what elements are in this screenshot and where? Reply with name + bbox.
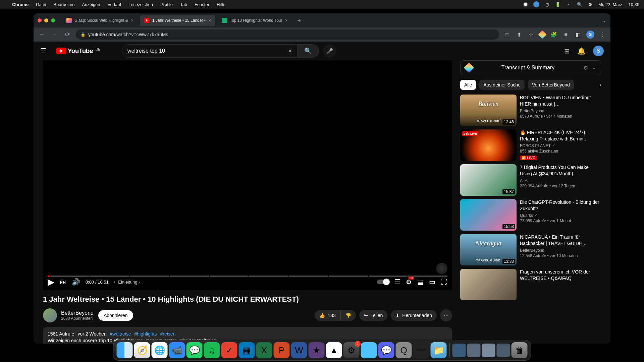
dock-excel-icon[interactable]: X (256, 342, 272, 358)
download-button[interactable]: ⬇ Herunterladen (391, 310, 437, 321)
chip-from-search[interactable]: Aus deiner Suche (479, 80, 525, 90)
maximize-window-icon[interactable] (51, 18, 55, 22)
dock-finder-icon[interactable] (117, 342, 133, 358)
notifications-icon[interactable]: 🔔 (577, 47, 586, 55)
menu-hilfe[interactable]: Hilfe (217, 2, 225, 7)
menu-profile[interactable]: Profile (160, 2, 173, 7)
bookmark-icon[interactable]: ☆ (527, 31, 535, 38)
chrome-profile-avatar[interactable]: S (586, 31, 594, 39)
play-button[interactable]: ▶ (48, 277, 54, 287)
search-field[interactable] (127, 48, 288, 54)
hashtag[interactable]: #highlights (135, 331, 157, 337)
theater-mode-icon[interactable]: ▭ (429, 278, 435, 286)
scroll-chips-right-icon[interactable]: › (599, 82, 601, 88)
like-button[interactable]: 👍 133 (315, 310, 340, 321)
suggestion-item[interactable]: Fragen von unserem ich VOR der WELTREISE… (460, 269, 601, 300)
install-app-icon[interactable]: ⬚ (503, 31, 511, 38)
dock-imovie-icon[interactable]: ★ (309, 342, 325, 358)
channel-name[interactable]: BetterBeyond (61, 310, 94, 316)
menu-verlauf[interactable]: Verlauf (108, 2, 121, 7)
wifi-icon[interactable]: ᯤ (567, 2, 571, 7)
chevron-down-icon[interactable]: ⌄ (592, 65, 596, 70)
forward-button[interactable]: → (50, 30, 59, 39)
reading-list-icon[interactable]: ≡ (562, 31, 570, 38)
subscribe-button[interactable]: Abonnieren (98, 310, 133, 321)
channel-info[interactable]: BetterBeyond 2630 Abonnenten (43, 308, 94, 322)
control-center-icon[interactable]: ⚙ (588, 2, 592, 7)
dock-app-icon[interactable] (361, 342, 377, 358)
settings-gear-icon[interactable]: ⚙ (406, 278, 412, 286)
menu-fenster[interactable]: Fenster (195, 2, 209, 7)
create-icon[interactable]: ⊞ (564, 47, 570, 55)
extensions-icon[interactable]: 🧩 (550, 31, 557, 38)
share-button[interactable]: ↪ Teilen (359, 310, 388, 321)
menubar-app-name[interactable]: Chrome (12, 2, 29, 7)
suggestion-item[interactable]: Nicaragua TRAVEL GUIDE 13:33 NICARAGUA •… (460, 234, 601, 265)
clear-search-icon[interactable]: × (288, 48, 292, 55)
search-button[interactable]: 🔍 (298, 44, 319, 58)
dock-whatsapp-icon[interactable]: 💬 (186, 342, 203, 358)
next-button[interactable]: ⏭ (60, 278, 66, 286)
tab-dropdown-icon[interactable]: ⌄ (602, 18, 606, 23)
dock-powerpoint-icon[interactable]: P (274, 342, 290, 358)
dock-spotify-icon[interactable]: ♫ (204, 342, 220, 358)
dock-trello-icon[interactable]: ▦ (239, 342, 255, 358)
close-window-icon[interactable] (38, 18, 42, 22)
suggestion-item[interactable]: 15:53 Die ChatGPT-Revolution - Bildung d… (460, 199, 601, 231)
autoplay-toggle[interactable] (377, 280, 389, 284)
suggestion-item[interactable]: Bolivien TRAVEL GUIDE 13:46 BOLIVIEN • W… (460, 95, 601, 126)
dock-drive-icon[interactable]: ▲ (326, 342, 342, 358)
dock-minimized-window[interactable] (467, 344, 481, 357)
dock-minimized-window[interactable] (452, 344, 466, 357)
dislike-button[interactable]: 👎 (341, 310, 356, 321)
dock-minimized-window[interactable] (497, 344, 510, 357)
close-tab-icon[interactable]: × (131, 18, 133, 23)
suggestion-item[interactable]: 24/7 LIVE 🔥 FIREPLACE 4K (LIVE 24/7). Re… (460, 129, 601, 161)
menubar-date[interactable]: Mi. 22. März (598, 2, 623, 7)
hamburger-menu-icon[interactable]: ☰ (40, 47, 48, 55)
suggestion-item[interactable]: 15:37 7 Digital Products You Can Make Us… (460, 164, 601, 196)
search-icon[interactable]: 🔍 (577, 2, 582, 7)
chapter-label[interactable]: Einleitung › (114, 280, 140, 285)
more-actions-button[interactable]: ⋯ (440, 309, 452, 321)
dock-zoom-icon[interactable]: 📹 (169, 342, 185, 358)
youtube-avatar[interactable]: S (593, 46, 604, 56)
tab-glasp[interactable]: Glasp: Social Web Highlight & × (62, 15, 138, 26)
miniplayer-icon[interactable]: ⬓ (417, 278, 424, 286)
tab-highlights[interactable]: Top 10 Highlights: World Tour × (218, 15, 292, 26)
dock-folder-icon[interactable]: 📁 (431, 342, 447, 358)
video-player[interactable]: ▶ ⏭ 🔊 0:00 / 10:51 Einleitung › ☰ ⚙ ⬓ ▭ … (43, 60, 452, 290)
dock-settings-icon[interactable]: ⚙ (343, 342, 360, 358)
dock-trash-icon[interactable]: 🗑 (512, 342, 528, 358)
youtube-logo[interactable]: YouTube DE (56, 47, 100, 55)
back-button[interactable]: ← (38, 30, 46, 39)
status-circle-icon[interactable] (533, 1, 539, 7)
transcript-summary-panel[interactable]: Transcript & Summary ⚙ ⌄ (460, 60, 601, 75)
volume-icon[interactable]: 🔊 (72, 278, 80, 286)
menu-datei[interactable]: Datei (36, 2, 46, 7)
dock-minimized-window[interactable] (482, 344, 495, 357)
hashtag[interactable]: #weltreise (110, 331, 131, 337)
reload-button[interactable]: ⟳ (63, 30, 72, 39)
fullscreen-icon[interactable]: ⛶ (441, 278, 447, 286)
dock-discord-icon[interactable]: 💬 (378, 342, 394, 358)
menu-anzeigen[interactable]: Anzeigen (82, 2, 100, 7)
clock-icon[interactable]: ◷ (545, 2, 549, 7)
tab-youtube[interactable]: 1 Jahr Weltreise • 15 Länder • × (140, 15, 215, 26)
record-icon[interactable] (524, 3, 527, 6)
gear-icon[interactable]: ⚙ (583, 65, 588, 71)
chip-from-channel[interactable]: Von BetterBeyond (528, 80, 574, 90)
dock-safari-icon[interactable]: 🧭 (134, 342, 150, 358)
hashtag[interactable]: #reisen (160, 331, 176, 337)
menu-tab[interactable]: Tab (180, 2, 187, 7)
subtitles-icon[interactable]: ☰ (394, 278, 400, 286)
menu-lesezeichen[interactable]: Lesezeichen (128, 2, 153, 7)
dock-word-icon[interactable]: W (291, 342, 307, 358)
sidepanel-icon[interactable]: ◧ (574, 31, 582, 38)
menu-bearbeiten[interactable]: Bearbeiten (53, 2, 74, 7)
menubar-time[interactable]: 10:36 (628, 2, 639, 7)
channel-avatar-icon[interactable] (43, 308, 57, 322)
channel-watermark-icon[interactable] (436, 263, 447, 274)
share-icon[interactable]: ⬆ (515, 31, 523, 38)
close-tab-icon[interactable]: × (208, 18, 211, 23)
